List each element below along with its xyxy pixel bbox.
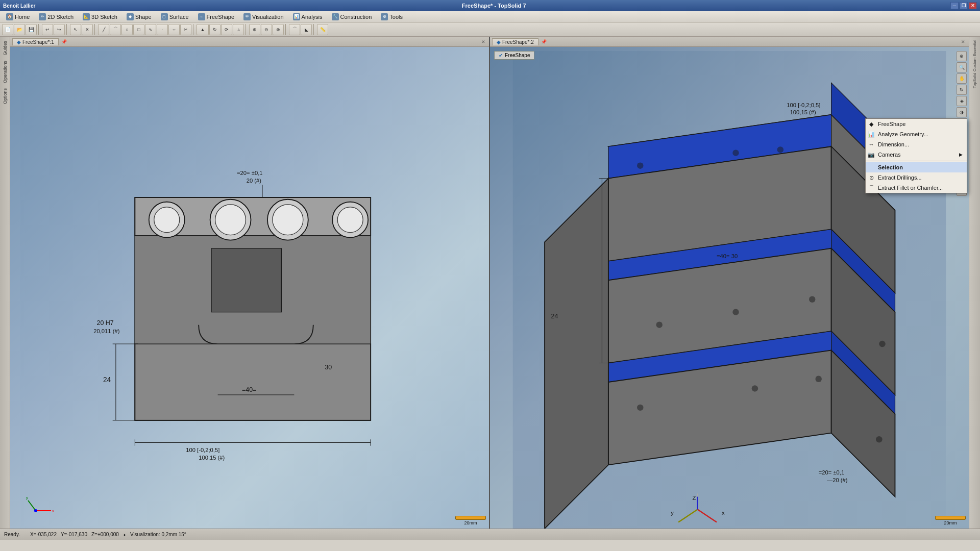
tb-chamfer[interactable]: ◣ xyxy=(301,24,312,35)
tb-sep1 xyxy=(38,24,40,35)
tb-boolean-sub[interactable]: ⊖ xyxy=(261,24,272,35)
scale-bar-left: 20mm xyxy=(455,516,486,525)
menu-surface[interactable]: ◻ Surface xyxy=(157,12,193,21)
2d-drawing-svg: 24 100 [-0,2;0,5] 100,15 (#) =40= 30 20 … xyxy=(10,51,489,529)
menu-shape[interactable]: ◆ Shape xyxy=(122,12,156,21)
ctx-analyze[interactable]: 📊 Analyze Geometry... xyxy=(866,129,967,139)
svg-text:=20= ±0,1: =20= ±0,1 xyxy=(237,170,262,176)
tb-line[interactable]: ╱ xyxy=(98,24,109,35)
svg-text:Z: Z xyxy=(693,495,696,501)
svg-text:24: 24 xyxy=(551,313,558,320)
tb-delete[interactable]: ✕ xyxy=(82,24,93,35)
menu-tools[interactable]: ⚙ Tools xyxy=(377,12,407,21)
menu-3dsketch[interactable]: 📐 3D Sketch xyxy=(79,12,121,21)
surface-icon: ◻ xyxy=(161,13,168,20)
tb-rect[interactable]: □ xyxy=(133,24,144,35)
vp-fit-btn[interactable]: ⊕ xyxy=(957,51,967,61)
svg-point-64 xyxy=(809,296,815,302)
tb-arc[interactable]: ⌒ xyxy=(110,24,121,35)
tb-redo[interactable]: ↪ xyxy=(54,24,65,35)
vp-left-titlebar: ◆ FreeShape*:1 📌 ✕ xyxy=(10,37,489,47)
status-text: Ready. xyxy=(4,532,20,537)
vp-left-tab[interactable]: ◆ FreeShape*:1 xyxy=(12,38,59,45)
menu-home[interactable]: 🏠 Home xyxy=(2,12,34,21)
sidebar-guides[interactable]: Guides xyxy=(2,39,9,58)
right-sidebar-label: TopSolid Custom Essential xyxy=(971,39,978,89)
ctx-dimension[interactable]: ↔ Dimension... xyxy=(866,139,967,149)
restore-button[interactable]: ❐ xyxy=(960,2,968,9)
tb-open[interactable]: 📂 xyxy=(14,24,25,35)
scale-label-right: 20mm xyxy=(944,520,957,525)
close-button[interactable]: ✕ xyxy=(969,2,977,9)
menu-construction[interactable]: 🔧 Construction xyxy=(328,12,376,21)
vp-right-tab[interactable]: ◆ FreeShape*:2 xyxy=(492,38,538,45)
ctx-separator xyxy=(866,161,967,161)
tb-dim[interactable]: ↔ xyxy=(168,24,180,35)
tb-point[interactable]: · xyxy=(157,24,168,35)
ctx-cameras-icon: 📷 xyxy=(868,151,875,158)
menu-analysis[interactable]: 📊 Analysis xyxy=(289,12,327,21)
ctx-freeshape-icon: ◆ xyxy=(868,120,875,128)
vp-right-pin[interactable]: 📌 xyxy=(541,38,548,45)
freeshape-label: FreeShape xyxy=(505,53,530,58)
tb-select[interactable]: ↖ xyxy=(70,24,81,35)
sidebar-operations[interactable]: Operations xyxy=(2,59,9,85)
ctx-cameras[interactable]: 📷 Cameras ▶ xyxy=(866,149,967,160)
ctx-analyze-icon: 📊 xyxy=(868,131,875,138)
vp-view3d-btn[interactable]: ◈ xyxy=(957,96,967,106)
right-sidebar: TopSolid Custom Essential xyxy=(969,37,980,529)
vp-zoom-btn[interactable]: 🔍 xyxy=(957,62,967,72)
vp-shade-btn[interactable]: ◑ xyxy=(957,107,967,117)
menu-2dsketch[interactable]: ✏ 2D Sketch xyxy=(35,12,78,21)
tb-spline[interactable]: ∿ xyxy=(145,24,156,35)
tb-boolean-add[interactable]: ⊕ xyxy=(249,24,260,35)
sketch2d-icon: ✏ xyxy=(39,13,46,20)
tb-sweep[interactable]: ⟳ xyxy=(221,24,232,35)
tb-boolean-int[interactable]: ⊗ xyxy=(273,24,284,35)
svg-point-67 xyxy=(752,385,758,391)
svg-point-63 xyxy=(732,309,739,315)
vp-rotate-btn[interactable]: ↻ xyxy=(957,85,967,95)
svg-text:20,011 (#): 20,011 (#) xyxy=(93,328,119,334)
tb-measure[interactable]: 📏 xyxy=(317,24,328,35)
freeshape-badge: ✔ FreeShape xyxy=(494,51,534,60)
menu-visualization[interactable]: 👁 Visualization xyxy=(239,12,288,21)
ctx-extract-drillings[interactable]: ⊙ Extract Drillings... xyxy=(866,172,967,183)
svg-point-62 xyxy=(656,321,662,328)
tb-new[interactable]: 📄 xyxy=(2,24,13,35)
tb-undo[interactable]: ↩ xyxy=(42,24,53,35)
tb-save[interactable]: 💾 xyxy=(26,24,37,35)
viewport-right: ◆ FreeShape*:2 📌 ✕ ✔ FreeShape ⊕ 🔍 ✋ ↻ ◈… xyxy=(490,37,969,529)
svg-text:x: x xyxy=(722,510,725,516)
menu-freeshape[interactable]: ≈ FreeShape xyxy=(194,12,238,21)
vp-right-freeshape-icon: ◆ xyxy=(497,39,501,45)
sidebar-options[interactable]: Options xyxy=(2,86,9,106)
ctx-freeshape[interactable]: ◆ FreeShape xyxy=(866,119,967,129)
svg-text:=40=: =40= xyxy=(242,386,256,393)
vp-left-pin[interactable]: 📌 xyxy=(61,38,68,45)
tb-revolve[interactable]: ↻ xyxy=(209,24,220,35)
tb-trim[interactable]: ✂ xyxy=(180,24,191,35)
ctx-extract-fillet[interactable]: ⌒ Extract Fillet or Chamfer... xyxy=(866,183,967,193)
ctx-selection[interactable]: Selection xyxy=(866,162,967,172)
toolbar: 📄 📂 💾 ↩ ↪ ↖ ✕ ╱ ⌒ ○ □ ∿ · ↔ ✂ ▲ ↻ ⟳ ⟑ ⊕ … xyxy=(0,22,980,37)
svg-text:100,15 (#): 100,15 (#) xyxy=(790,109,816,115)
vp-left-close[interactable]: ✕ xyxy=(480,38,487,45)
vp-pan-btn[interactable]: ✋ xyxy=(957,73,967,84)
scale-bar-line-left xyxy=(455,516,486,520)
svg-point-61 xyxy=(777,146,783,153)
tb-loft[interactable]: ⟑ xyxy=(233,24,244,35)
tb-circle[interactable]: ○ xyxy=(121,24,133,35)
svg-text:—20 (#): —20 (#) xyxy=(827,477,848,483)
vp-right-close[interactable]: ✕ xyxy=(960,38,967,45)
z-coord: Z=+000,000 xyxy=(91,532,119,537)
svg-point-68 xyxy=(815,375,821,382)
tb-fillet[interactable]: ⌒ xyxy=(289,24,300,35)
minimize-button[interactable]: ─ xyxy=(950,2,959,9)
svg-text:x: x xyxy=(52,509,54,513)
viewports: ◆ FreeShape*:1 📌 ✕ xyxy=(10,37,969,529)
tb-extrude[interactable]: ▲ xyxy=(197,24,209,35)
main-area: Guides Operations Options ◆ FreeShape*:1… xyxy=(0,37,980,529)
svg-point-11 xyxy=(273,205,303,235)
ctx-dimension-icon: ↔ xyxy=(868,141,875,148)
